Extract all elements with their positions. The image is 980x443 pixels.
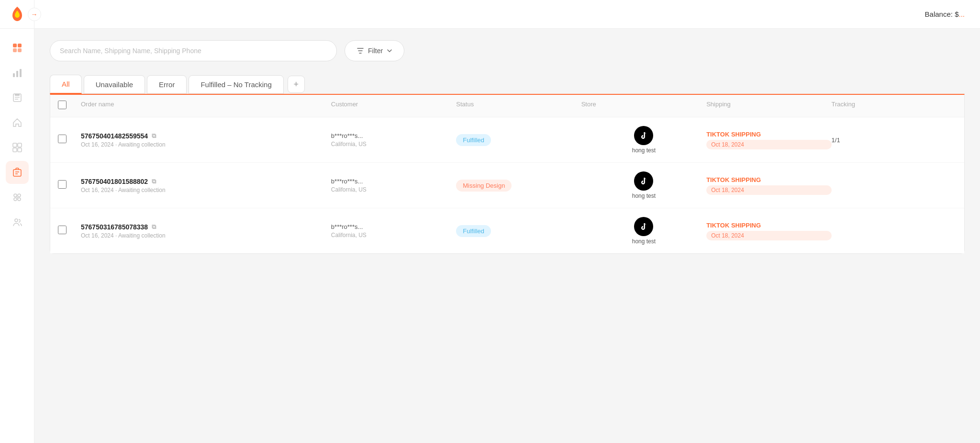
row1-store-cell: hong test <box>581 126 706 154</box>
svg-rect-0 <box>13 44 17 47</box>
row3-customer-name: b***ro***s... <box>331 223 456 230</box>
col-customer: Customer <box>331 101 456 111</box>
row1-copy-icon[interactable]: ⧉ <box>152 132 156 140</box>
select-all-checkbox[interactable] <box>58 101 67 109</box>
logo-area: → <box>0 0 34 29</box>
row1-order-date: Oct 16, 2024 <box>81 141 114 148</box>
balance-amount: ... <box>958 10 965 18</box>
row3-status-cell: Fulfilled <box>456 225 581 237</box>
row1-customer-cell: b***ro***s... California, US <box>331 132 456 148</box>
tab-error[interactable]: Error <box>147 75 187 94</box>
row3-copy-icon[interactable]: ⧉ <box>152 223 156 231</box>
col-tracking: Tracking <box>832 101 957 111</box>
row2-checkbox[interactable] <box>58 180 67 189</box>
svg-point-19 <box>18 198 21 201</box>
row3-order-date: Oct 16, 2024 <box>81 232 114 239</box>
sidebar-item-orders[interactable] <box>6 161 29 184</box>
row1-order-id: 576750401482559554 <box>81 132 148 140</box>
row1-shipping-name: TIKTOK SHIPPING <box>706 131 831 138</box>
svg-rect-6 <box>20 69 22 77</box>
table-row: 576750401482559554 ⧉ Oct 16, 2024 · Awai… <box>50 117 964 163</box>
filter-button[interactable]: Filter <box>345 40 404 61</box>
search-input[interactable] <box>50 40 337 61</box>
table-header: Order name Customer Status Store Shippin… <box>50 95 964 117</box>
row1-customer-name: b***ro***s... <box>331 132 456 139</box>
svg-rect-4 <box>13 73 15 77</box>
sidebar-item-grid[interactable] <box>6 136 29 159</box>
row1-shipping-cell: TIKTOK SHIPPING Oct 18, 2024 <box>706 131 831 149</box>
row2-status-badge: Missing Design <box>456 180 512 192</box>
row2-shipping-date: Oct 18, 2024 <box>706 185 831 195</box>
row2-order-status: Awaiting collection <box>118 187 166 193</box>
svg-rect-1 <box>18 44 22 47</box>
col-store: Store <box>581 101 706 111</box>
tiktok-icon-2 <box>638 176 649 186</box>
svg-point-18 <box>14 194 17 197</box>
row1-checkbox-cell <box>58 135 81 145</box>
svg-line-20 <box>16 197 18 198</box>
orders-icon <box>12 167 22 178</box>
sidebar-item-tools[interactable] <box>6 186 29 209</box>
tools-icon <box>12 192 22 203</box>
search-wrapper <box>50 40 337 61</box>
flame-logo-icon <box>9 6 26 23</box>
products-icon <box>12 92 22 103</box>
row2-customer-location: California, US <box>331 186 456 193</box>
row2-copy-icon[interactable]: ⧉ <box>152 178 156 185</box>
row3-order-status: Awaiting collection <box>118 232 166 239</box>
row3-status-badge: Fulfilled <box>456 225 491 237</box>
row3-order-cell: 576750316785078338 ⧉ Oct 16, 2024 · Awai… <box>81 223 331 239</box>
svg-rect-15 <box>13 170 21 176</box>
sidebar-navigation <box>0 29 34 241</box>
search-filter-row: Filter <box>50 40 965 61</box>
row3-order-id: 576750316785078338 <box>81 223 148 231</box>
tab-fulfilled-no-tracking[interactable]: Fulfilled – No Tracking <box>189 75 283 94</box>
row2-checkbox-cell <box>58 180 81 191</box>
row1-checkbox[interactable] <box>58 135 67 143</box>
row3-checkbox-cell <box>58 226 81 236</box>
filter-label: Filter <box>368 47 383 55</box>
row1-order-status: Awaiting collection <box>118 141 166 148</box>
sidebar-toggle-arrow[interactable]: → <box>28 8 41 21</box>
sidebar-item-products[interactable] <box>6 86 29 109</box>
svg-rect-11 <box>13 143 17 147</box>
tabs-row: All Unavailable Error Fulfilled – No Tra… <box>50 75 965 94</box>
header-checkbox-col <box>58 101 81 111</box>
svg-rect-5 <box>16 71 18 77</box>
tiktok-icon <box>638 130 649 141</box>
balance-text: Balance: $ <box>925 10 959 18</box>
chevron-down-icon <box>387 48 392 54</box>
row2-tiktok-logo <box>634 171 653 191</box>
row3-checkbox[interactable] <box>58 226 67 234</box>
row3-customer-location: California, US <box>331 232 456 239</box>
tab-all[interactable]: All <box>50 75 82 94</box>
row3-shipping-name: TIKTOK SHIPPING <box>706 222 831 229</box>
row1-status-cell: Fulfilled <box>456 134 581 146</box>
sidebar-item-analytics[interactable] <box>6 61 29 84</box>
row2-order-id: 576750401801588802 <box>81 178 148 185</box>
svg-point-22 <box>14 198 17 201</box>
row3-customer-cell: b***ro***s... California, US <box>331 223 456 239</box>
row2-customer-cell: b***ro***s... California, US <box>331 178 456 193</box>
row2-shipping-cell: TIKTOK SHIPPING Oct 18, 2024 <box>706 176 831 195</box>
content-area: Filter All Unavailable Error Fulfilled <box>34 29 980 443</box>
svg-point-23 <box>15 219 18 222</box>
tab-unavailable[interactable]: Unavailable <box>84 75 145 94</box>
row3-store-name: hong test <box>632 238 656 245</box>
sidebar-item-home[interactable] <box>6 111 29 134</box>
main-area: Balance: $... Filter All <box>34 0 980 443</box>
sidebar-item-users[interactable] <box>6 211 29 234</box>
orders-table: Order name Customer Status Store Shippin… <box>50 94 965 254</box>
table-row: 576750316785078338 ⧉ Oct 16, 2024 · Awai… <box>50 208 964 253</box>
row1-tiktok-logo <box>634 126 653 145</box>
tiktok-icon-3 <box>638 221 649 232</box>
sidebar-item-store[interactable] <box>6 36 29 59</box>
row1-order-cell: 576750401482559554 ⧉ Oct 16, 2024 · Awai… <box>81 132 331 148</box>
add-tab-button[interactable]: + <box>288 76 305 93</box>
grid-icon <box>12 142 22 153</box>
row3-shipping-date: Oct 18, 2024 <box>706 231 831 240</box>
row1-shipping-date: Oct 18, 2024 <box>706 140 831 149</box>
svg-rect-8 <box>15 94 20 96</box>
row1-status-badge: Fulfilled <box>456 134 491 146</box>
svg-point-21 <box>18 194 21 197</box>
